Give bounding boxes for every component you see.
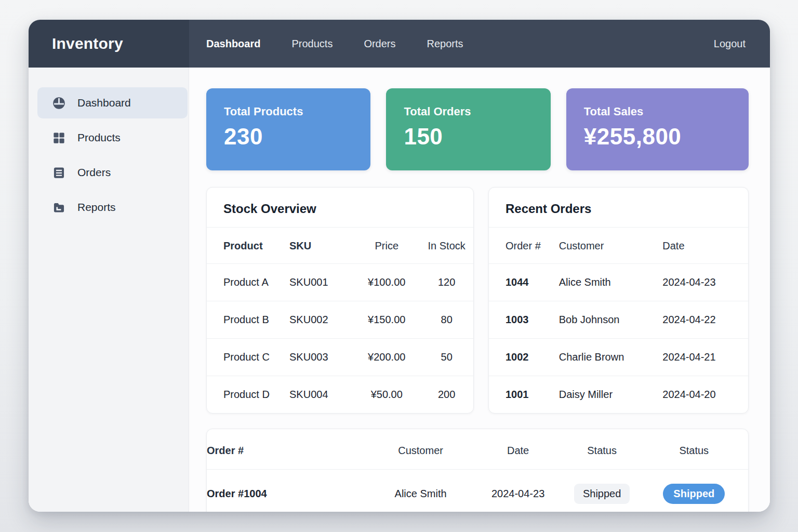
table-row: 1044 Alice Smith 2024-04-23 bbox=[489, 264, 748, 301]
cell-date: 2024-04-20 bbox=[662, 376, 748, 414]
cell-order-number: 1003 bbox=[489, 301, 559, 339]
orders-detail-table: Order # Customer Date Status Status Orde… bbox=[207, 429, 748, 512]
table-row: Product B SKU002 ¥150.00 80 bbox=[207, 301, 473, 339]
sidebar-item-dashboard[interactable]: Dashboard bbox=[37, 87, 188, 118]
cell-product: Product B bbox=[207, 301, 289, 339]
column-header: Status bbox=[564, 429, 640, 470]
cell-stock: 120 bbox=[420, 264, 473, 301]
cell-order-number: 1044 bbox=[489, 264, 559, 301]
nav-item-dashboard[interactable]: Dashboard bbox=[206, 38, 260, 50]
table-row: Product D SKU004 ¥50.00 200 bbox=[207, 376, 473, 414]
sidebar: Dashboard Products Orders Reports bbox=[29, 68, 189, 512]
cell-sku: SKU003 bbox=[289, 339, 353, 376]
sidebar-item-reports[interactable]: Reports bbox=[29, 192, 189, 223]
clock-icon bbox=[52, 96, 66, 110]
cell-order-number: 1002 bbox=[489, 339, 559, 376]
sidebar-item-label: Products bbox=[77, 131, 121, 144]
panel-title: Recent Orders bbox=[489, 188, 748, 228]
recent-orders-panel: Recent Orders Order # Customer Date 1044 bbox=[488, 187, 749, 414]
column-header: Product bbox=[207, 228, 289, 264]
top-navbar: Dashboard Products Orders Reports Logout bbox=[189, 20, 770, 68]
cell-sku: SKU001 bbox=[289, 264, 353, 301]
logout-button[interactable]: Logout bbox=[714, 38, 746, 50]
table-row: 1003 Bob Johnson 2024-04-22 bbox=[489, 301, 748, 339]
cell-sku: SKU002 bbox=[289, 301, 353, 339]
list-icon bbox=[52, 166, 66, 180]
cell-order-number: 1001 bbox=[489, 376, 559, 414]
stat-value: 150 bbox=[404, 124, 533, 150]
stat-label: Total Orders bbox=[404, 105, 533, 118]
table-row: Product A SKU001 ¥100.00 120 bbox=[207, 264, 473, 301]
sidebar-item-label: Dashboard bbox=[77, 97, 131, 109]
recent-orders-table: Order # Customer Date 1044 Alice Smith 2… bbox=[489, 228, 748, 413]
cell-product: Product C bbox=[207, 339, 289, 376]
column-header: Customer bbox=[369, 429, 472, 470]
cell-product: Product D bbox=[207, 376, 289, 414]
column-header: Price bbox=[353, 228, 420, 264]
panels-row: Stock Overview Product SKU Price In Stoc… bbox=[206, 187, 749, 414]
cell-date: 2024-04-21 bbox=[662, 339, 748, 376]
app-window: Inventory Dashboard Products Orders Repo… bbox=[29, 20, 770, 512]
cell-stock: 200 bbox=[420, 376, 473, 414]
sidebar-item-products[interactable]: Products bbox=[29, 122, 189, 153]
column-header: Order # bbox=[489, 228, 559, 264]
cell-stock: 80 bbox=[420, 301, 473, 339]
stat-label: Total Sales bbox=[584, 105, 731, 118]
stat-card-total-products: Total Products 230 bbox=[206, 88, 370, 170]
cell-order-number: Order #1004 bbox=[207, 470, 369, 512]
cell-price: ¥150.00 bbox=[353, 301, 420, 339]
nav-item-orders[interactable]: Orders bbox=[364, 38, 395, 50]
sidebar-item-label: Reports bbox=[77, 201, 116, 214]
stats-row: Total Products 230 Total Orders 150 Tota… bbox=[206, 88, 749, 170]
cell-price: ¥200.00 bbox=[353, 339, 420, 376]
column-header: Customer bbox=[559, 228, 663, 264]
table-row: 1002 Charlie Brown 2024-04-21 bbox=[489, 339, 748, 376]
grid-icon bbox=[52, 131, 66, 145]
orders-detail-panel: Order # Customer Date Status Status Orde… bbox=[206, 429, 749, 512]
cell-customer: Daisy Miller bbox=[559, 376, 663, 414]
stat-card-total-sales: Total Sales ¥255,800 bbox=[566, 88, 749, 170]
nav-item-products[interactable]: Products bbox=[291, 38, 332, 50]
stat-label: Total Products bbox=[224, 105, 353, 118]
status-badge: Shipped bbox=[574, 484, 630, 504]
column-header: Date bbox=[662, 228, 748, 264]
cell-customer: Charlie Brown bbox=[559, 339, 663, 376]
sidebar-item-label: Orders bbox=[77, 166, 111, 179]
cell-price: ¥50.00 bbox=[353, 376, 420, 414]
cell-product: Product A bbox=[207, 264, 289, 301]
cell-date: 2024-04-23 bbox=[662, 264, 748, 301]
panel-title: Stock Overview bbox=[207, 188, 473, 228]
stat-value: ¥255,800 bbox=[584, 124, 731, 150]
sidebar-item-orders[interactable]: Orders bbox=[29, 157, 189, 188]
stat-card-total-orders: Total Orders 150 bbox=[386, 88, 550, 170]
cell-stock: 50 bbox=[420, 339, 473, 376]
nav-item-reports[interactable]: Reports bbox=[427, 38, 463, 50]
cell-price: ¥100.00 bbox=[353, 264, 420, 301]
column-header: Date bbox=[472, 429, 564, 470]
brand-area: Inventory bbox=[29, 20, 189, 68]
table-row: 1001 Daisy Miller 2024-04-20 bbox=[489, 376, 748, 414]
table-row: Order #1004 Alice Smith 2024-04-23 Shipp… bbox=[207, 470, 748, 512]
cell-customer: Alice Smith bbox=[559, 264, 663, 301]
main-content: Total Products 230 Total Orders 150 Tota… bbox=[189, 68, 770, 512]
column-header: In Stock bbox=[420, 228, 473, 264]
stock-overview-table: Product SKU Price In Stock Product A SKU… bbox=[207, 228, 473, 413]
app-title: Inventory bbox=[52, 35, 123, 52]
status-badge: Shipped bbox=[663, 484, 725, 504]
cell-customer: Alice Smith bbox=[369, 470, 472, 512]
cell-date: 2024-04-23 bbox=[472, 470, 564, 512]
stock-overview-panel: Stock Overview Product SKU Price In Stoc… bbox=[206, 187, 474, 414]
stat-value: 230 bbox=[224, 124, 353, 150]
report-folder-icon bbox=[52, 201, 66, 215]
column-header: Status bbox=[640, 429, 748, 470]
table-row: Product C SKU003 ¥200.00 50 bbox=[207, 339, 473, 376]
cell-date: 2024-04-22 bbox=[662, 301, 748, 339]
cell-customer: Bob Johnson bbox=[559, 301, 663, 339]
column-header: Order # bbox=[207, 429, 369, 470]
cell-sku: SKU004 bbox=[289, 376, 353, 414]
column-header: SKU bbox=[289, 228, 353, 264]
